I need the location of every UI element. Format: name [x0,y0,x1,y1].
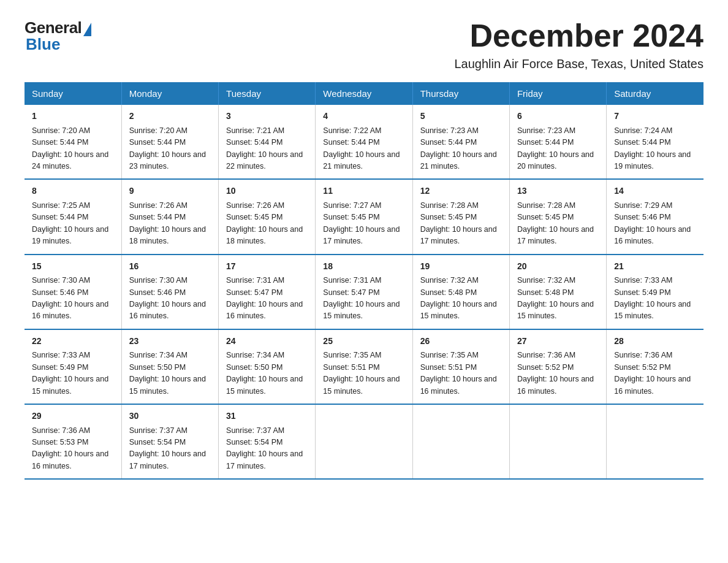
day-number: 8 [32,185,115,198]
day-number: 17 [226,260,309,274]
day-number: 4 [323,110,406,123]
calendar-week-row: 29Sunrise: 7:36 AMSunset: 5:53 PMDayligh… [25,404,703,479]
calendar-cell: 15Sunrise: 7:30 AMSunset: 5:46 PMDayligh… [25,255,121,329]
location-title: Laughlin Air Force Base, Texas, United S… [454,57,703,71]
day-number: 7 [614,110,697,123]
day-number: 6 [517,110,600,123]
day-number: 13 [517,185,600,198]
day-number: 18 [323,260,406,274]
calendar-cell: 23Sunrise: 7:34 AMSunset: 5:50 PMDayligh… [121,329,218,404]
calendar-cell [509,404,606,479]
calendar-cell: 20Sunrise: 7:32 AMSunset: 5:48 PMDayligh… [509,255,606,329]
title-block: December 2024 Laughlin Air Force Base, T… [454,18,703,71]
calendar-cell: 12Sunrise: 7:28 AMSunset: 5:45 PMDayligh… [412,179,509,254]
day-number: 11 [323,185,406,198]
day-number: 19 [420,260,503,274]
calendar-week-row: 8Sunrise: 7:25 AMSunset: 5:44 PMDaylight… [25,179,703,254]
calendar-week-row: 22Sunrise: 7:33 AMSunset: 5:49 PMDayligh… [25,329,703,404]
day-number: 12 [420,185,503,198]
calendar-cell: 8Sunrise: 7:25 AMSunset: 5:44 PMDaylight… [25,179,121,254]
calendar-cell: 18Sunrise: 7:31 AMSunset: 5:47 PMDayligh… [316,255,412,329]
day-number: 30 [129,410,212,423]
header-sunday: Sunday [25,82,121,105]
calendar-cell: 30Sunrise: 7:37 AMSunset: 5:54 PMDayligh… [121,404,218,479]
day-number: 21 [614,260,697,274]
calendar-cell: 27Sunrise: 7:36 AMSunset: 5:52 PMDayligh… [509,329,606,404]
month-title: December 2024 [454,18,703,53]
header-monday: Monday [121,82,218,105]
day-number: 25 [323,335,406,348]
calendar-cell: 25Sunrise: 7:35 AMSunset: 5:51 PMDayligh… [316,329,412,404]
day-number: 16 [129,260,212,274]
day-number: 1 [32,110,115,123]
calendar-header: Sunday Monday Tuesday Wednesday Thursday… [25,82,703,105]
day-number: 26 [420,335,503,348]
calendar-week-row: 15Sunrise: 7:30 AMSunset: 5:46 PMDayligh… [25,255,703,329]
calendar-cell: 16Sunrise: 7:30 AMSunset: 5:46 PMDayligh… [121,255,218,329]
day-number: 23 [129,335,212,348]
header-wednesday: Wednesday [316,82,412,105]
calendar-cell: 13Sunrise: 7:28 AMSunset: 5:45 PMDayligh… [509,179,606,254]
day-number: 2 [129,110,212,123]
calendar-cell: 10Sunrise: 7:26 AMSunset: 5:45 PMDayligh… [219,179,316,254]
calendar-cell: 11Sunrise: 7:27 AMSunset: 5:45 PMDayligh… [316,179,412,254]
day-number: 27 [517,335,600,348]
day-number: 22 [32,335,115,348]
day-number: 31 [226,410,309,423]
calendar-cell: 2Sunrise: 7:20 AMSunset: 5:44 PMDaylight… [121,105,218,179]
header-tuesday: Tuesday [219,82,316,105]
calendar-week-row: 1Sunrise: 7:20 AMSunset: 5:44 PMDaylight… [25,105,703,179]
calendar-body: 1Sunrise: 7:20 AMSunset: 5:44 PMDaylight… [25,105,703,479]
logo: General Blue [25,18,91,54]
day-number: 14 [614,185,697,198]
logo-triangle-icon [83,23,91,36]
logo-blue-text: Blue [25,35,60,54]
day-number: 29 [32,410,115,423]
calendar-cell [316,404,412,479]
calendar-table: Sunday Monday Tuesday Wednesday Thursday… [25,82,703,480]
day-number: 10 [226,185,309,198]
calendar-cell: 6Sunrise: 7:23 AMSunset: 5:44 PMDaylight… [509,105,606,179]
day-number: 20 [517,260,600,274]
calendar-cell: 26Sunrise: 7:35 AMSunset: 5:51 PMDayligh… [412,329,509,404]
calendar-cell: 3Sunrise: 7:21 AMSunset: 5:44 PMDaylight… [219,105,316,179]
calendar-cell: 4Sunrise: 7:22 AMSunset: 5:44 PMDaylight… [316,105,412,179]
day-number: 5 [420,110,503,123]
header-friday: Friday [509,82,606,105]
day-number: 15 [32,260,115,274]
calendar-cell: 17Sunrise: 7:31 AMSunset: 5:47 PMDayligh… [219,255,316,329]
calendar-cell: 24Sunrise: 7:34 AMSunset: 5:50 PMDayligh… [219,329,316,404]
header-saturday: Saturday [607,82,703,105]
calendar-cell: 29Sunrise: 7:36 AMSunset: 5:53 PMDayligh… [25,404,121,479]
days-of-week-row: Sunday Monday Tuesday Wednesday Thursday… [25,82,703,105]
calendar-cell: 31Sunrise: 7:37 AMSunset: 5:54 PMDayligh… [219,404,316,479]
header-thursday: Thursday [412,82,509,105]
calendar-cell [607,404,703,479]
day-number: 3 [226,110,309,123]
calendar-cell: 1Sunrise: 7:20 AMSunset: 5:44 PMDaylight… [25,105,121,179]
calendar-cell: 22Sunrise: 7:33 AMSunset: 5:49 PMDayligh… [25,329,121,404]
calendar-cell: 7Sunrise: 7:24 AMSunset: 5:44 PMDaylight… [607,105,703,179]
calendar-cell: 28Sunrise: 7:36 AMSunset: 5:52 PMDayligh… [607,329,703,404]
day-number: 9 [129,185,212,198]
day-number: 24 [226,335,309,348]
calendar-cell: 21Sunrise: 7:33 AMSunset: 5:49 PMDayligh… [607,255,703,329]
day-number: 28 [614,335,697,348]
calendar-cell: 14Sunrise: 7:29 AMSunset: 5:46 PMDayligh… [607,179,703,254]
calendar-cell: 19Sunrise: 7:32 AMSunset: 5:48 PMDayligh… [412,255,509,329]
calendar-cell: 5Sunrise: 7:23 AMSunset: 5:44 PMDaylight… [412,105,509,179]
calendar-cell [412,404,509,479]
page-header: General Blue December 2024 Laughlin Air … [25,18,703,71]
calendar-cell: 9Sunrise: 7:26 AMSunset: 5:44 PMDaylight… [121,179,218,254]
